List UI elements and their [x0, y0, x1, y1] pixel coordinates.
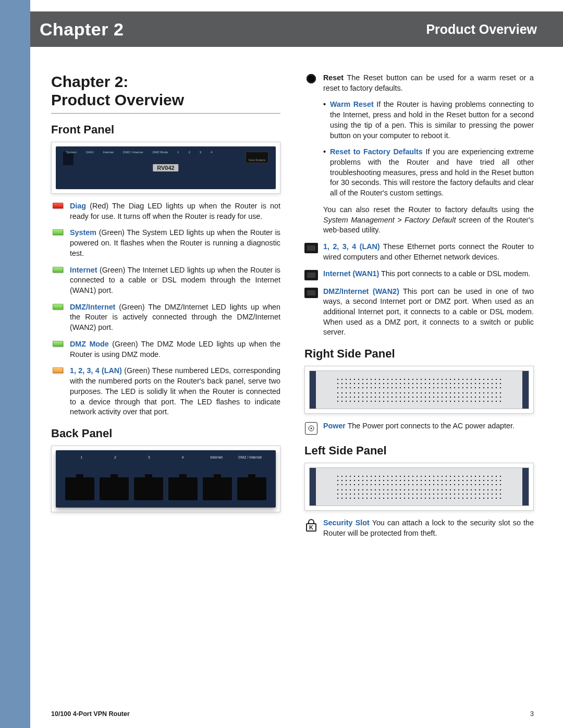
front-panel-heading: Front Panel	[51, 123, 280, 137]
rj45-port-icon	[168, 477, 198, 500]
left-column: Chapter 2: Product Overview Front Panel …	[51, 73, 280, 545]
led-item-diag: Diag (Red) The Diag LED lights up when t…	[51, 201, 280, 221]
led-item-lan: 1, 2, 3, 4 (LAN) (Green) These numbered …	[51, 366, 280, 417]
model-label: RV042	[153, 164, 178, 171]
brand-label: Cisco Systems	[246, 152, 268, 163]
led-icon	[53, 203, 63, 208]
security-slot-item: K Security Slot You can attach a lock to…	[304, 518, 534, 538]
led-item-dmz-mode: DMZ Mode (Green) The DMZ Mode LED lights…	[51, 339, 280, 360]
rj45-port-icon	[134, 477, 163, 500]
power-item: Power The Power port connects to the AC …	[304, 421, 534, 435]
led-icon	[53, 267, 63, 273]
led-item-internet: Internet (Green) The Internet LED lights…	[51, 265, 280, 296]
bullet-warm-reset: Warm Reset If the Router is having probl…	[323, 100, 534, 141]
ethernet-port-icon	[304, 288, 318, 298]
led-icon	[53, 367, 63, 373]
left-margin-bar	[0, 0, 30, 728]
back-panel-image: 12 34 InternetDMZ / Internet	[51, 446, 280, 512]
port-item-wan2: DMZ/Internet (WAN2) This port can be use…	[304, 287, 534, 338]
led-item-dmz-internet: DMZ/Internet (Green) The DMZ/Internet LE…	[51, 302, 280, 333]
left-side-panel-heading: Left Side Panel	[304, 444, 534, 458]
page-footer: 10/100 4-Port VPN Router 3	[51, 710, 534, 718]
bullet-factory-defaults: Reset to Factory Defaults If you are exp…	[323, 147, 534, 199]
reset-button-icon	[307, 74, 316, 83]
front-panel-led-list: Diag (Red) The Diag LED lights up when t…	[51, 201, 280, 417]
led-item-system: System (Green) The System LED lights up …	[51, 228, 280, 258]
right-column: Reset The Reset button can be used for a…	[304, 73, 534, 545]
ethernet-port-icon	[304, 270, 318, 280]
right-side-panel-heading: Right Side Panel	[304, 347, 534, 361]
back-panel-heading: Back Panel	[51, 427, 280, 440]
reset-bullets: Warm Reset If the Router is having probl…	[323, 100, 534, 198]
rj45-port-icon	[65, 477, 94, 500]
chapter-title: Chapter 2: Product Overview	[51, 73, 280, 114]
rj45-port-icon	[100, 477, 129, 500]
reset-item: Reset The Reset button can be used for a…	[304, 73, 534, 93]
port-item-wan1: Internet (WAN1) This port connects to a …	[304, 269, 534, 280]
led-icon	[53, 304, 63, 310]
right-side-panel-image	[304, 366, 534, 414]
footer-product: 10/100 4-Port VPN Router	[51, 710, 130, 718]
power-port-icon	[305, 422, 317, 435]
rj45-port-icon	[203, 477, 232, 500]
led-icon	[53, 229, 63, 235]
header-section: Product Overview	[426, 22, 537, 37]
page-header: Chapter 2 Product Overview	[30, 11, 563, 47]
reset-note: You can also reset the Router to factory…	[308, 205, 534, 236]
header-chapter: Chapter 2	[40, 19, 124, 40]
front-panel-image: SystemDIAG InternetDMZ / Internet DMZ Mo…	[51, 142, 280, 194]
ethernet-port-icon	[304, 243, 318, 253]
left-side-panel-image	[304, 463, 534, 511]
footer-page-number: 3	[530, 710, 534, 718]
lock-icon: K	[305, 519, 317, 538]
page-body: Chapter 2: Product Overview Front Panel …	[30, 47, 563, 728]
port-item-lan: 1, 2, 3, 4 (LAN) These Ethernet ports co…	[304, 242, 534, 262]
rj45-port-icon	[237, 477, 266, 500]
led-icon	[53, 341, 63, 347]
